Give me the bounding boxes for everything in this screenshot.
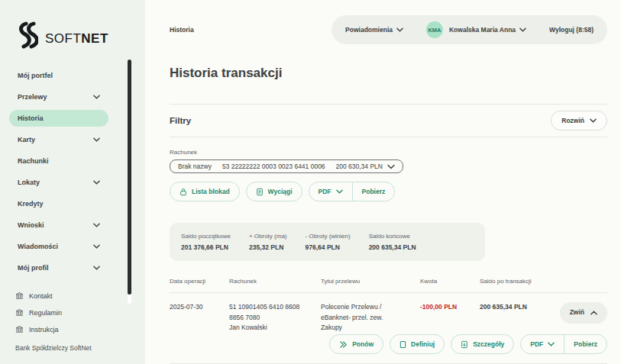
main-content: Historia Powiadomienia KMA Kowalska Mari…	[145, 0, 621, 364]
transaction-title-text: Polecenie Przelewu / eBanknet- przel. ze…	[321, 302, 412, 322]
chevron-down-icon	[93, 137, 100, 142]
sidebar-item-kredyty[interactable]: Kredyty	[9, 195, 108, 212]
chevron-up-icon	[590, 311, 597, 315]
column-header-data-operacji: Data operacji	[170, 278, 229, 285]
chevron-down-icon	[396, 27, 403, 32]
collapse-row-button[interactable]: Zwiń	[560, 302, 607, 323]
sidebar-link-regulamin[interactable]: Regulamin	[15, 308, 145, 317]
lista-blokad-label: Lista blokad	[192, 188, 230, 195]
softnet-logo: SOFTNET	[15, 21, 145, 49]
pobierz-button[interactable]: Pobierz	[352, 182, 395, 201]
sidebar-link-label: Kontakt	[29, 292, 53, 300]
sidebar-item-label: Wnioski	[18, 221, 44, 229]
sidebar-item-karty[interactable]: Karty	[9, 131, 108, 148]
sidebar-item-label: Mój profil	[18, 264, 49, 272]
column-header-tytul-przelewu: Tytuł przelewu	[321, 278, 420, 285]
chevron-down-icon	[519, 27, 526, 32]
notifications-label: Powiadomienia	[345, 26, 393, 34]
sidebar-link-label: Regulamin	[29, 309, 62, 317]
sidebar-item-lokaty[interactable]: Lokaty	[9, 174, 108, 191]
bank-icon	[15, 308, 24, 317]
row-pdf-label: PDF	[530, 340, 543, 348]
notifications-menu[interactable]: Powiadomienia	[345, 26, 403, 34]
column-header-rachunek: Rachunek	[229, 278, 321, 285]
sidebar-item-label: Wiadomości	[18, 243, 58, 250]
collapse-label: Zwiń	[570, 308, 584, 317]
row-pobierz-button[interactable]: Pobierz	[564, 335, 606, 353]
sidebar-item-historia[interactable]: Historia	[9, 110, 108, 127]
row-export-split-button: PDF Pobierz	[520, 334, 607, 354]
user-name-label: Kowalska Maria Anna	[449, 26, 516, 34]
bank-icon	[15, 325, 24, 333]
sidebar-link-kontakt[interactable]: Kontakt	[15, 292, 145, 300]
sidebar-item-przelewy[interactable]: Przelewy	[9, 89, 108, 105]
summary-item: Saldo początkowe 201 376,66 PLN	[181, 233, 231, 251]
sidebar-item-wnioski[interactable]: Wnioski	[9, 217, 108, 234]
chevron-down-icon	[93, 266, 100, 270]
bank-name-footer: Bank Spółdzielczy SoftNet	[15, 344, 145, 352]
account-balance-value: 200 630,34 PLN	[336, 163, 383, 170]
account-name: Brak nazwy	[178, 163, 212, 170]
summary-value: 235,32 PLN	[249, 243, 287, 251]
sidebar-item-label: Rachunki	[18, 157, 49, 165]
expand-filters-label: Rozwiń	[561, 117, 584, 124]
account-balance: 200 630,34 PLN	[336, 163, 395, 170]
summary-item: Saldo końcowe 200 635,34 PLN	[369, 233, 416, 251]
sidebar-item-label: Mój portfel	[18, 72, 53, 79]
column-header-saldo-po-transakcji: Saldo po transakcji	[480, 278, 559, 285]
definiuj-button[interactable]: Definiuj	[390, 334, 445, 354]
wyciagi-button[interactable]: Wyciągi	[246, 182, 302, 201]
sidebar-item-moj-profil[interactable]: Mój profil	[9, 259, 108, 276]
szczegoly-button[interactable]: Szczegóły	[451, 334, 514, 354]
transaction-account-number: 51 10901405 6410 8608 8856 7080	[229, 302, 313, 322]
definiuj-label: Definiuj	[411, 340, 435, 348]
sidebar-item-label: Historia	[18, 114, 44, 122]
replay-icon	[339, 341, 348, 348]
filters-header: Filtry Rozwiń	[170, 105, 607, 137]
breadcrumb: Historia	[170, 26, 194, 34]
pobierz-label: Pobierz	[362, 188, 386, 195]
sidebar: SOFTNET Mój portfel Przelewy Historia Ka…	[0, 0, 145, 364]
bank-icon	[15, 292, 24, 300]
chevron-down-icon	[93, 244, 100, 249]
account-select[interactable]: Brak nazwy 53 22222222 0003 0023 6441 00…	[170, 159, 403, 173]
lista-blokad-button[interactable]: Lista blokad	[170, 182, 240, 201]
filters-title: Filtry	[170, 116, 191, 125]
softnet-logo-text: SOFTNET	[45, 32, 108, 49]
bookmark-icon	[399, 340, 406, 349]
logout-button[interactable]: Wyloguj (8:58)	[549, 26, 594, 34]
summary-value: 201 376,66 PLN	[181, 243, 231, 251]
transaction-account-holder: Jan Kowalski	[229, 323, 313, 333]
account-toolbar: Lista blokad Wyciągi PDF Pobierz	[170, 182, 607, 201]
sidebar-links: Kontakt Regulamin Instrukcja	[15, 292, 145, 342]
sidebar-item-wiadomosci[interactable]: Wiadomości	[9, 238, 108, 255]
chevron-down-icon	[387, 164, 395, 169]
user-menu[interactable]: Kowalska Maria Anna	[449, 26, 526, 34]
ponow-button[interactable]: Ponów	[329, 334, 383, 354]
sidebar-item-label: Przelewy	[18, 93, 47, 101]
sidebar-link-label: Instrukcja	[29, 326, 59, 333]
summary-label: + Obroty (ma)	[249, 233, 287, 240]
document-details-icon	[461, 340, 468, 349]
sidebar-item-moj-portfel[interactable]: Mój portfel	[9, 67, 108, 84]
avatar[interactable]: KMA	[426, 21, 443, 38]
sidebar-item-label: Kredyty	[18, 200, 44, 208]
softnet-logo-icon	[15, 21, 38, 49]
pdf-format-select[interactable]: PDF	[309, 182, 352, 201]
sidebar-link-instrukcja[interactable]: Instrukcja	[15, 325, 145, 333]
expand-filters-button[interactable]: Rozwiń	[551, 111, 607, 130]
summary-label: - Obroty (winien)	[306, 233, 351, 240]
summary-value: 200 635,34 PLN	[369, 243, 416, 251]
row-pdf-format-select[interactable]: PDF	[521, 335, 564, 353]
export-split-button: PDF Pobierz	[309, 182, 396, 201]
sidebar-scrollbar-thumb[interactable]	[128, 60, 131, 295]
page-title: Historia transakcji	[170, 66, 607, 81]
summary-item: - Obroty (winien) 976,64 PLN	[306, 233, 351, 251]
divider	[170, 137, 607, 137]
chevron-down-icon	[93, 180, 100, 185]
sidebar-item-label: Lokaty	[18, 179, 40, 186]
summary-value: 976,64 PLN	[306, 243, 351, 251]
sidebar-item-rachunki[interactable]: Rachunki	[9, 153, 108, 169]
chevron-down-icon	[93, 223, 100, 227]
sidebar-menu: Mój portfel Przelewy Historia Karty Rach…	[9, 67, 145, 281]
